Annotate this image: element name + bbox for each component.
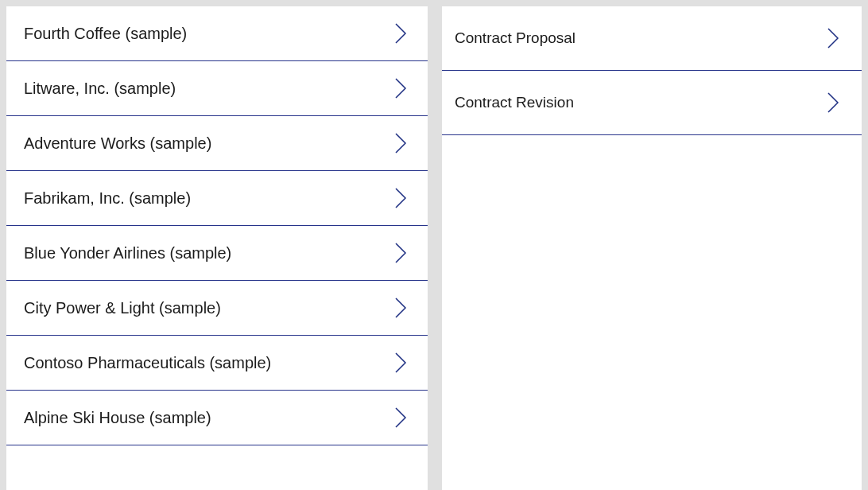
chevron-right-icon — [393, 189, 409, 208]
account-label: Blue Yonder Airlines (sample) — [24, 244, 231, 262]
account-item[interactable]: Fourth Coffee (sample) — [6, 6, 428, 61]
accounts-panel[interactable]: Fourth Coffee (sample) Litware, Inc. (sa… — [6, 6, 428, 490]
chevron-right-icon — [393, 243, 409, 262]
chevron-right-icon — [393, 408, 409, 427]
account-item[interactable]: Contoso Pharmaceuticals (sample) — [6, 336, 428, 391]
documents-panel: Contract Proposal Contract Revision — [442, 6, 862, 490]
account-item[interactable]: Fabrikam, Inc. (sample) — [6, 171, 428, 226]
account-label: Fourth Coffee (sample) — [24, 25, 187, 43]
document-item[interactable]: Contract Proposal — [442, 6, 862, 71]
document-item[interactable]: Contract Revision — [442, 71, 862, 135]
account-label: Contoso Pharmaceuticals (sample) — [24, 354, 271, 372]
document-label: Contract Revision — [455, 94, 574, 111]
chevron-right-icon — [393, 24, 409, 43]
account-item[interactable]: Litware, Inc. (sample) — [6, 61, 428, 116]
account-item[interactable]: Adventure Works (sample) — [6, 116, 428, 171]
accounts-list: Fourth Coffee (sample) Litware, Inc. (sa… — [6, 6, 428, 490]
account-label: Litware, Inc. (sample) — [24, 80, 176, 98]
account-label: City Power & Light (sample) — [24, 299, 221, 317]
account-label: Fabrikam, Inc. (sample) — [24, 189, 191, 208]
document-label: Contract Proposal — [455, 29, 575, 47]
account-item[interactable]: Alpine Ski House (sample) — [6, 391, 428, 445]
chevron-right-icon — [825, 29, 841, 48]
account-item[interactable]: City Power & Light (sample) — [6, 281, 428, 336]
chevron-right-icon — [393, 298, 409, 317]
account-label: Alpine Ski House (sample) — [24, 409, 211, 427]
account-item[interactable]: Blue Yonder Airlines (sample) — [6, 226, 428, 281]
chevron-right-icon — [393, 353, 409, 372]
chevron-right-icon — [825, 93, 841, 112]
chevron-right-icon — [393, 79, 409, 98]
account-label: Adventure Works (sample) — [24, 134, 211, 153]
chevron-right-icon — [393, 134, 409, 153]
